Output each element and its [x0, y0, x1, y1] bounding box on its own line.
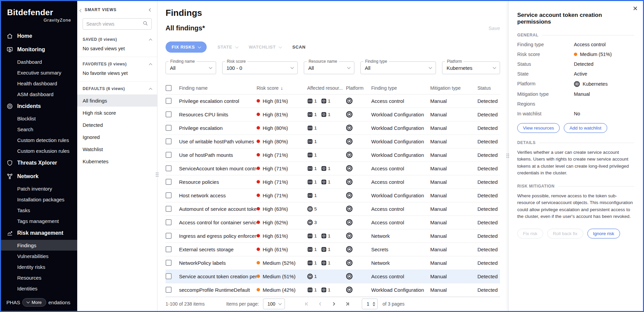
table-row[interactable]: Automount of service account tokenHigh (…	[166, 202, 500, 216]
action-watchlist[interactable]: WATCHLIST	[249, 45, 282, 50]
row-checkbox[interactable]	[166, 206, 172, 212]
row-checkbox[interactable]	[166, 233, 172, 239]
sidebar-item-tags-management[interactable]: Tags management	[1, 216, 77, 226]
row-checkbox[interactable]	[166, 287, 172, 293]
row-checkbox[interactable]	[166, 219, 172, 225]
sidebar-item-risk-management[interactable]: Risk management	[1, 226, 77, 240]
table-row[interactable]: Privilege escalation controlHigh (81%)11…	[166, 94, 500, 108]
table-row[interactable]: Ingress and egress policy enforcem...Hig…	[166, 229, 500, 243]
column-header-platform[interactable]: Platform	[346, 85, 371, 91]
column-header-finding-name[interactable]: Finding name	[179, 85, 257, 91]
save-button[interactable]: Save	[489, 25, 500, 31]
page-spinner[interactable]	[373, 302, 375, 306]
sidebar-item-search[interactable]: Search	[1, 124, 77, 135]
sidebar-item-threats-xplorer[interactable]: Threats Xplorer	[1, 156, 77, 170]
table-row[interactable]: Resource policiesHigh (71%)11Access cont…	[166, 175, 500, 189]
sidebar-item-monitoring[interactable]: Monitoring	[1, 43, 77, 56]
sidebar-item-installation-packages[interactable]: Installation packages	[1, 194, 77, 205]
row-checkbox[interactable]	[166, 246, 172, 252]
view-item-all-findings[interactable]: All findings	[77, 94, 157, 107]
more-button[interactable]: More	[22, 298, 47, 307]
views-section-header[interactable]: FAVORITES (0 views)	[77, 57, 157, 70]
action-fix-risks[interactable]: FIX RISKS	[166, 41, 207, 53]
table-row[interactable]: Access control for container service ...…	[166, 216, 500, 229]
view-item-high-risk-score[interactable]: High risk score	[77, 107, 157, 119]
table-row[interactable]: External secrets storageHigh (61%)11Secr…	[166, 243, 500, 256]
sidebar-item-vulnerabilities[interactable]: Vulnerabilities	[1, 251, 77, 261]
column-header-finding-type[interactable]: Finding type	[371, 85, 430, 91]
row-checkbox[interactable]	[166, 98, 172, 104]
table-row[interactable]: seccompProfile RuntimeDefaultMedium (42%…	[166, 283, 500, 297]
action-scan[interactable]: SCAN	[292, 45, 305, 50]
filter-risk-score[interactable]: Risk score100 - 0	[222, 61, 298, 74]
page-number-input[interactable]: 1	[362, 299, 378, 309]
column-header-affected-resour[interactable]: Affected resour...	[307, 85, 346, 91]
row-checkbox[interactable]	[166, 192, 172, 198]
search-input[interactable]	[86, 21, 140, 27]
next-page-button[interactable]	[331, 301, 337, 307]
table-row[interactable]: Service account token creation perm...Me…	[166, 270, 500, 283]
table-row[interactable]: NetworkPolicy labelsMedium (52%)11Networ…	[166, 256, 500, 270]
filter-platform[interactable]: PlatformKubernetes	[442, 61, 500, 74]
view-item-detected[interactable]: Detected	[77, 119, 157, 131]
row-checkbox[interactable]	[166, 111, 172, 117]
sidebar-item-identity-risks[interactable]: Identity risks	[1, 261, 77, 272]
roll-back-fix-button[interactable]: Roll back fix	[547, 229, 583, 238]
sidebar-item-identities[interactable]: Identities	[1, 283, 77, 294]
sidebar-collapse-button[interactable]	[78, 6, 84, 14]
sidebar-item-custom-exclusion-rules[interactable]: Custom exclusion rules	[1, 145, 77, 156]
views-section-header[interactable]: SAVED (0 views)	[77, 32, 157, 45]
row-checkbox[interactable]	[166, 152, 172, 158]
view-item-kubernetes[interactable]: Kubernetes	[77, 155, 157, 167]
sidebar-item-network[interactable]: Network	[1, 170, 77, 183]
panel-resize-handle[interactable]	[506, 153, 509, 158]
smart-views-collapse-button[interactable]	[149, 7, 152, 12]
filter-finding-type[interactable]: Finding typeAll	[360, 61, 436, 74]
filter-finding-name[interactable]: Finding nameAll	[166, 61, 216, 74]
row-checkbox[interactable]	[166, 179, 172, 185]
sidebar-item-executive-summary[interactable]: Executive summary	[1, 67, 77, 78]
sidebar-item-tasks[interactable]: Tasks	[1, 205, 77, 216]
filter-resource-name[interactable]: Resource nameAll	[304, 61, 354, 74]
table-row[interactable]: Host network accessHigh (71%)1Workload C…	[166, 189, 500, 202]
action-state[interactable]: STATE	[217, 45, 238, 50]
column-header-mitigation-type[interactable]: Mitigation type	[430, 85, 477, 91]
views-section-header[interactable]: DEFAULTS (6 views)	[77, 82, 157, 94]
table-row[interactable]: Use of writable hostPath volumesHigh (80…	[166, 135, 500, 148]
add-to-watchlist-button[interactable]: Add to watchlist	[564, 123, 607, 133]
sidebar-item-blocklist[interactable]: Blocklist	[1, 113, 77, 124]
view-item-watchlist[interactable]: Watchlist	[77, 143, 157, 155]
sidebar-item-patch-inventory[interactable]: Patch inventory	[1, 183, 77, 194]
view-item-ignored[interactable]: Ignored	[77, 131, 157, 143]
last-page-button[interactable]	[344, 301, 350, 307]
table-row[interactable]: ServiceAccount token mount controlHigh (…	[166, 162, 500, 175]
sidebar-item-asm-dashboard[interactable]: ASM dashboard	[1, 89, 77, 100]
sidebar-item-health-dashboard[interactable]: Health dashboard	[1, 78, 77, 89]
row-checkbox[interactable]	[166, 125, 172, 131]
sidebar-item-custom-detection-rules[interactable]: Custom detection rules	[1, 135, 77, 145]
sidebar-item-findings[interactable]: Findings	[1, 240, 77, 251]
column-header-status[interactable]: Status	[477, 85, 500, 91]
row-checkbox[interactable]	[166, 273, 172, 279]
row-checkbox[interactable]	[166, 138, 172, 144]
view-resources-button[interactable]: View resources	[517, 123, 560, 133]
panel-resize-handle[interactable]	[156, 172, 158, 177]
table-row[interactable]: Resources CPU limitsHigh (81%)11Workload…	[166, 108, 500, 121]
ignore-risk-button[interactable]: Ignore risk	[587, 229, 620, 238]
select-all-checkbox[interactable]	[166, 85, 179, 91]
sidebar-item-home[interactable]: Home	[1, 29, 77, 43]
sidebar-item-resources[interactable]: Resources	[1, 272, 77, 283]
table-row[interactable]: Privilege escalationHigh (80%)1Workload …	[166, 121, 500, 135]
row-checkbox[interactable]	[166, 260, 172, 266]
sidebar-item-incidents[interactable]: Incidents	[1, 100, 77, 113]
items-per-page-select[interactable]: 100	[263, 299, 285, 309]
previous-page-button[interactable]	[317, 301, 323, 307]
fix-risk-button[interactable]: Fix risk	[517, 229, 543, 238]
close-icon[interactable]: ×	[633, 4, 638, 12]
risk-score: High (71%)	[257, 179, 307, 185]
first-page-button[interactable]	[304, 301, 310, 307]
row-checkbox[interactable]	[166, 165, 172, 171]
sidebar-item-dashboard[interactable]: Dashboard	[1, 56, 77, 67]
table-row[interactable]: Use of hostPath mountsHigh (71%)1Workloa…	[166, 148, 500, 162]
column-header-risk-score[interactable]: Risk score↓	[257, 85, 307, 91]
